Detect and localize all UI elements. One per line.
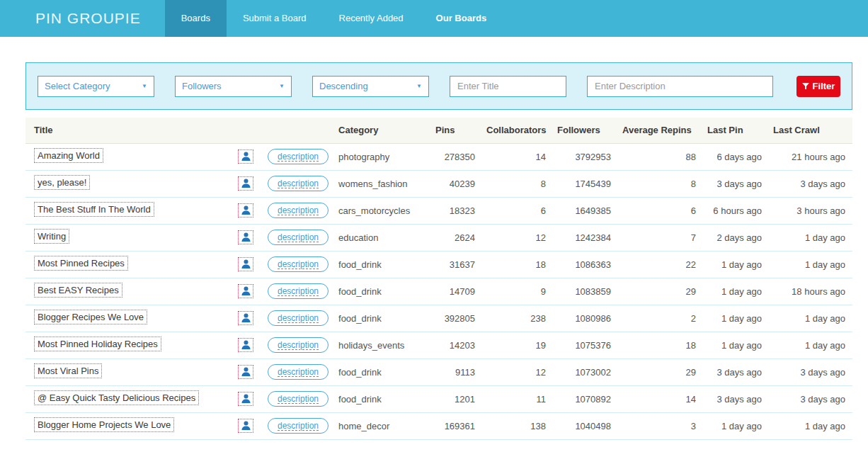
table-row: Most Viral Pins description food_drink 9… bbox=[25, 358, 852, 385]
description-button[interactable]: description bbox=[268, 256, 329, 272]
followers-cell: 3792953 bbox=[557, 143, 622, 170]
table-row: Most Pinned Recipes description food_dri… bbox=[25, 251, 852, 278]
pins-cell: 1201 bbox=[435, 385, 486, 412]
category-cell: education bbox=[338, 224, 435, 251]
category-select[interactable]: Select Category ▼ bbox=[38, 76, 154, 97]
pins-cell: 169361 bbox=[435, 412, 486, 439]
description-button[interactable]: description bbox=[268, 391, 329, 407]
followers-cell: 1745439 bbox=[557, 170, 622, 197]
collaborators-link[interactable] bbox=[238, 392, 253, 406]
board-title-link[interactable]: Most Viral Pins bbox=[34, 363, 102, 378]
board-title-link[interactable]: yes, please! bbox=[34, 175, 90, 190]
followers-cell: 1073002 bbox=[557, 358, 622, 385]
collaborators-cell: 14 bbox=[486, 143, 557, 170]
collaborators-link[interactable] bbox=[238, 230, 253, 244]
average-repins-cell: 6 bbox=[622, 197, 707, 224]
pins-cell: 14709 bbox=[435, 278, 486, 305]
board-title-link[interactable]: @ Easy Quick Tasty Delicious Recipes bbox=[34, 390, 199, 405]
last-crawl-cell: 3 days ago bbox=[773, 358, 852, 385]
board-title-link[interactable]: The Best Stuff In The World bbox=[34, 202, 154, 217]
board-title-link[interactable]: Most Pinned Recipes bbox=[34, 256, 128, 271]
average-repins-cell: 29 bbox=[622, 278, 707, 305]
nav-item-our-boards[interactable]: Our Boards bbox=[420, 0, 503, 37]
sort-order-select[interactable]: Descending ▼ bbox=[312, 76, 429, 97]
description-button[interactable]: description bbox=[268, 230, 329, 245]
last-crawl-cell: 18 hours ago bbox=[773, 278, 852, 305]
board-title-link[interactable]: Writing bbox=[34, 229, 69, 244]
board-title-link[interactable]: Blogger Home Projects We Love bbox=[34, 417, 174, 432]
table-row: Blogger Home Projects We Love descriptio… bbox=[25, 412, 852, 439]
collaborators-cell: 12 bbox=[486, 224, 557, 251]
table-row: Amazing World description photography 27… bbox=[25, 143, 852, 170]
average-repins-cell: 29 bbox=[622, 358, 707, 385]
category-cell: food_drink bbox=[338, 305, 435, 332]
average-repins-cell: 18 bbox=[622, 332, 707, 358]
description-filter-input[interactable] bbox=[587, 76, 773, 97]
board-title-link[interactable]: Amazing World bbox=[34, 148, 103, 163]
person-icon bbox=[241, 313, 251, 323]
description-button[interactable]: description bbox=[268, 149, 329, 164]
column-header-collaborators: Collaborators bbox=[486, 118, 557, 143]
description-button[interactable]: description bbox=[268, 176, 329, 191]
followers-cell: 1086363 bbox=[557, 251, 622, 278]
sort-field-select-value: Followers bbox=[182, 81, 222, 91]
description-button[interactable]: description bbox=[268, 203, 329, 218]
table-row: @ Easy Quick Tasty Delicious Recipes des… bbox=[25, 385, 852, 412]
title-filter-input[interactable] bbox=[450, 76, 566, 97]
sort-field-select[interactable]: Followers ▼ bbox=[175, 76, 292, 97]
table-row: Blogger Recipes We Love description food… bbox=[25, 305, 852, 332]
collaborators-link[interactable] bbox=[238, 365, 253, 379]
category-cell: photography bbox=[338, 143, 435, 170]
collaborators-cell: 18 bbox=[486, 251, 557, 278]
followers-cell: 1242384 bbox=[557, 224, 622, 251]
pins-cell: 40239 bbox=[435, 170, 486, 197]
description-button[interactable]: description bbox=[268, 310, 329, 326]
person-icon bbox=[241, 232, 251, 242]
person-icon bbox=[241, 179, 251, 188]
collaborators-link[interactable] bbox=[238, 149, 253, 164]
collaborators-link[interactable] bbox=[238, 176, 253, 191]
table-row: Writing description education 2624 12 12… bbox=[25, 224, 852, 251]
chevron-down-icon: ▼ bbox=[142, 83, 147, 89]
collaborators-link[interactable] bbox=[238, 257, 253, 271]
followers-cell: 1083859 bbox=[557, 278, 622, 305]
collaborators-cell: 19 bbox=[486, 332, 557, 358]
nav-item-recently-added[interactable]: Recently Added bbox=[323, 0, 420, 37]
collaborators-link[interactable] bbox=[238, 284, 253, 298]
collaborators-link[interactable] bbox=[238, 203, 253, 217]
filter-button[interactable]: Filter bbox=[796, 76, 840, 97]
pins-cell: 392805 bbox=[435, 305, 486, 332]
average-repins-cell: 3 bbox=[622, 412, 707, 439]
last-crawl-cell: 3 days ago bbox=[773, 170, 852, 197]
category-cell: food_drink bbox=[338, 251, 435, 278]
description-button[interactable]: description bbox=[268, 364, 329, 380]
average-repins-cell: 2 bbox=[622, 305, 707, 332]
board-title-link[interactable]: Blogger Recipes We Love bbox=[34, 310, 147, 324]
column-header-followers: Followers bbox=[557, 118, 622, 143]
last-pin-cell: 3 days ago bbox=[707, 170, 773, 197]
collaborators-cell: 11 bbox=[486, 385, 557, 412]
chevron-down-icon: ▼ bbox=[416, 83, 422, 89]
collaborators-link[interactable] bbox=[238, 338, 253, 352]
person-icon bbox=[241, 340, 251, 350]
collaborators-link[interactable] bbox=[238, 311, 253, 325]
person-icon bbox=[241, 205, 251, 215]
description-button[interactable]: description bbox=[268, 283, 329, 299]
board-title-link[interactable]: Most Pinned Holiday Recipes bbox=[34, 337, 161, 351]
description-button[interactable]: description bbox=[268, 418, 329, 434]
person-icon bbox=[241, 394, 251, 404]
collaborators-link[interactable] bbox=[238, 419, 253, 433]
site-logo[interactable]: PIN GROUPIE bbox=[0, 0, 165, 37]
description-button[interactable]: description bbox=[268, 337, 329, 353]
category-cell: home_decor bbox=[338, 412, 435, 439]
top-navigation-bar: PIN GROUPIE Boards Submit a Board Recent… bbox=[0, 0, 868, 37]
nav-item-boards[interactable]: Boards bbox=[165, 0, 227, 37]
category-select-value: Select Category bbox=[45, 81, 110, 91]
pins-cell: 14203 bbox=[435, 332, 486, 358]
collaborators-cell: 9 bbox=[486, 278, 557, 305]
average-repins-cell: 8 bbox=[622, 170, 707, 197]
column-header-last-crawl: Last Crawl bbox=[773, 118, 852, 143]
last-crawl-cell: 1 day ago bbox=[773, 412, 852, 439]
nav-item-submit-a-board[interactable]: Submit a Board bbox=[227, 0, 323, 37]
board-title-link[interactable]: Best EASY Recipes bbox=[34, 283, 122, 298]
